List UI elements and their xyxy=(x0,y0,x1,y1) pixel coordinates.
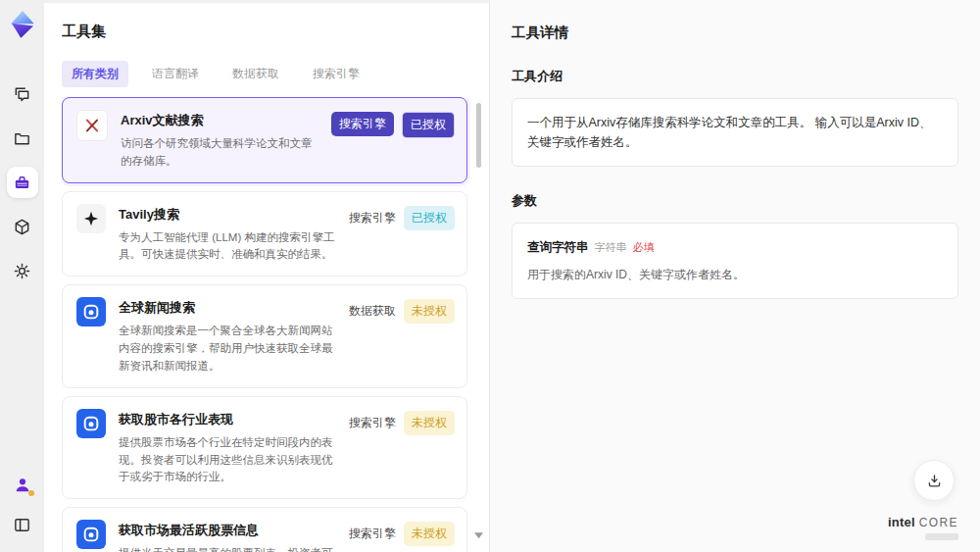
tool-title: 获取市场最活跃股票信息 xyxy=(119,522,336,539)
auth-status-badge: 未授权 xyxy=(404,522,455,546)
tool-description: 提供股票市场各个行业在特定时间段内的表现。投资者可以利用这些信息来识别表现优于或… xyxy=(119,434,336,486)
param-description: 用于搜索的Arxiv ID、关键字或作者姓名。 xyxy=(527,266,943,284)
gear-icon[interactable] xyxy=(7,255,38,286)
tool-card-arxiv[interactable]: Arxiv文献搜索 访问各个研究领域大量科学论文和文章的存储库。 搜索引擎 已授… xyxy=(62,97,467,183)
briefcase-icon[interactable] xyxy=(7,167,38,198)
category-badge: 数据获取 xyxy=(349,299,396,324)
auth-status-badge: 未授权 xyxy=(404,299,455,324)
avatar-status-dot xyxy=(28,490,34,496)
auth-status-badge: 已授权 xyxy=(402,112,455,138)
category-badge: 搜索引擎 xyxy=(349,522,396,546)
core-brand-text: core xyxy=(919,516,958,529)
user-avatar-icon[interactable] xyxy=(7,470,38,501)
rail-nav xyxy=(7,78,38,286)
intro-box: 一个用于从Arxiv存储库搜索科学论文和文章的工具。 输入可以是Arxiv ID… xyxy=(512,98,958,167)
folder-icon[interactable] xyxy=(7,123,38,154)
tab-all-categories[interactable]: 所有类别 xyxy=(62,61,128,87)
app-logo-icon xyxy=(8,10,37,39)
tool-list: Arxiv文献搜索 访问各个研究领域大量科学论文和文章的存储库。 搜索引擎 已授… xyxy=(62,97,489,552)
quark-logo-icon xyxy=(76,409,106,438)
intel-brand-text: intel xyxy=(888,515,915,529)
tool-title: Tavily搜索 xyxy=(119,206,336,224)
tool-title: 全球新闻搜索 xyxy=(119,299,336,317)
tavily-logo-icon xyxy=(76,204,106,233)
param-type: 字符串 xyxy=(595,239,627,257)
page-title: 工具集 xyxy=(62,23,489,41)
app-root: 工具集 所有类别 语言翻译 数据获取 搜索引擎 Arxiv文献搜索 访问各个研究… xyxy=(0,0,980,552)
quark-logo-icon xyxy=(76,520,106,549)
intro-text: 一个用于从Arxiv存储库搜索科学论文和文章的工具。 输入可以是Arxiv ID… xyxy=(527,116,932,149)
params-heading: 参数 xyxy=(512,192,958,210)
quark-logo-icon xyxy=(76,297,106,326)
arxiv-logo-icon xyxy=(76,110,108,141)
tool-card-tavily[interactable]: Tavily搜索 专为人工智能代理 (LLM) 构建的搜索引擎工具。可快速提供实… xyxy=(62,191,467,277)
cube-icon[interactable] xyxy=(7,211,38,242)
scrollbar-thumb[interactable] xyxy=(476,103,481,168)
intro-heading: 工具介绍 xyxy=(512,68,958,85)
tool-title: Arxiv文献搜索 xyxy=(121,112,318,129)
download-icon xyxy=(926,473,943,489)
auth-status-badge: 已授权 xyxy=(404,206,455,230)
category-badge: 搜索引擎 xyxy=(331,112,394,136)
tab-search-engine[interactable]: 搜索引擎 xyxy=(303,61,369,87)
tab-data-fetch[interactable]: 数据获取 xyxy=(222,61,289,87)
left-rail xyxy=(0,0,44,552)
detail-title: 工具详情 xyxy=(512,24,958,42)
tab-translation[interactable]: 语言翻译 xyxy=(142,61,209,87)
category-badge: 搜索引擎 xyxy=(349,411,396,435)
tool-detail-panel: 工具详情 工具介绍 一个用于从Arxiv存储库搜索科学论文和文章的工具。 输入可… xyxy=(490,0,980,552)
tool-description: 专为人工智能代理 (LLM) 构建的搜索引擎工具。可快速提供实时、准确和真实的结… xyxy=(119,229,336,265)
tool-list-panel: 工具集 所有类别 语言翻译 数据获取 搜索引擎 Arxiv文献搜索 访问各个研究… xyxy=(44,0,490,552)
rail-bottom xyxy=(7,470,38,540)
chat-icon[interactable] xyxy=(7,78,38,110)
download-button[interactable] xyxy=(913,460,955,501)
tool-description: 提供当天交易量最高的股票列表，投资者可以利用这些信息来识别流动性强的股票和潜在的… xyxy=(119,545,336,552)
tool-card-sector-performance[interactable]: 获取股市各行业表现 提供股票市场各个行业在特定时间段内的表现。投资者可以利用这些… xyxy=(62,396,467,499)
param-box: 查询字符串 字符串 必填 用于搜索的Arxiv ID、关键字或作者姓名。 xyxy=(512,223,958,299)
param-required-badge: 必填 xyxy=(633,239,655,257)
tool-description: 访问各个研究领域大量科学论文和文章的存储库。 xyxy=(121,135,318,171)
intel-core-logo: intelcore xyxy=(888,513,958,540)
auth-status-badge: 未授权 xyxy=(404,411,455,435)
intel-logo-sub-bar xyxy=(925,533,958,540)
sidebar-toggle-icon[interactable] xyxy=(7,509,38,540)
tool-title: 获取股市各行业表现 xyxy=(119,411,336,428)
tool-description: 全球新闻搜索是一个聚合全球各大新闻网站内容的搜索引擎，帮助用户快速获取全球最新资… xyxy=(119,323,336,375)
tool-card-global-news[interactable]: 全球新闻搜索 全球新闻搜索是一个聚合全球各大新闻网站内容的搜索引擎，帮助用户快速… xyxy=(62,284,467,387)
category-tabs: 所有类别 语言翻译 数据获取 搜索引擎 xyxy=(62,61,489,87)
category-badge: 搜索引擎 xyxy=(349,206,396,230)
scroll-down-icon[interactable] xyxy=(474,526,483,532)
param-name: 查询字符串 xyxy=(527,237,589,257)
tool-card-active-stocks[interactable]: 获取市场最活跃股票信息 提供当天交易量最高的股票列表，投资者可以利用这些信息来识… xyxy=(62,507,467,552)
